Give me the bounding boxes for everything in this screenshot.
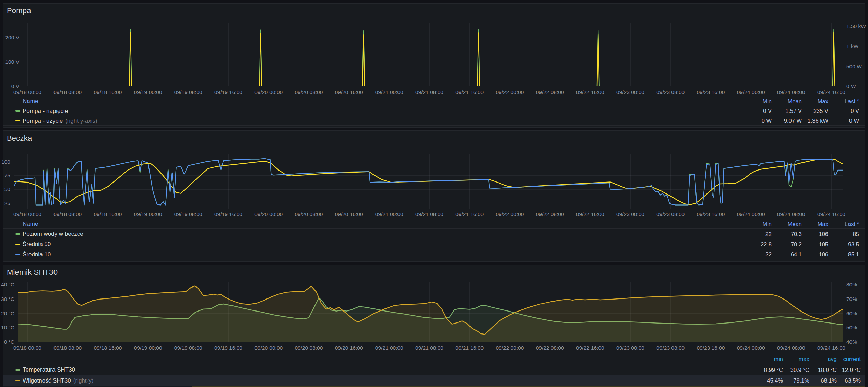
legend-row-pompa-uzycie[interactable]: Pompa - użycie(right y-axis) 0 W 9.07 W … [3, 116, 865, 126]
series-label[interactable]: Średnia 10 [23, 249, 51, 260]
series-swatch [15, 380, 20, 381]
beczka-chart-plot[interactable] [14, 154, 843, 209]
sht30-legend-header: min max avg current [3, 355, 865, 363]
series-label[interactable]: Temperatura SHT30 [23, 364, 75, 375]
y-axis-label-right: 40% [846, 338, 868, 346]
legend-row-srednia-10[interactable]: Średnia 10 22 64.1 106 85.1 [3, 249, 865, 259]
series-swatch [15, 110, 20, 112]
y-axis-label-left: 40 °C [0, 281, 14, 289]
next-panel-edge [192, 386, 865, 387]
sht30-legend-header-current[interactable]: current [813, 355, 861, 363]
stat-last: 93.5 [811, 239, 859, 249]
series-label[interactable]: Średnia 50 [23, 239, 51, 249]
y-axis-label-right: 70% [846, 295, 868, 303]
pompa-legend-name-header[interactable]: Name [23, 97, 38, 105]
x-axis-label: 09/24 16:00 [804, 211, 859, 218]
stat-last: 85.1 [811, 249, 859, 259]
pompa-legend-header: Name Min Mean Max Last * [3, 97, 865, 105]
y-axis-label-left: 0 V [0, 82, 19, 91]
y-axis-label-left: 100 [0, 158, 10, 166]
y-axis-label-right: 80% [846, 281, 868, 289]
panel-title-beczka[interactable]: Beczka [7, 134, 32, 143]
stat-current: 12.0 °C [813, 364, 861, 375]
legend-row-wilgotnosc[interactable]: Wilgotność SHT30(right-y) 45.4% 79.1% 68… [3, 375, 865, 386]
series-swatch [15, 233, 20, 235]
y-axis-label-left: 100 V [0, 58, 19, 66]
legend-row-pompa-napiecie[interactable]: Pompa - napięcie 0 V 1.57 V 235 V 0 V [3, 106, 865, 116]
series-label[interactable]: Poziom wody w beczce [23, 229, 83, 239]
series-line-Pompa - użycie [23, 32, 835, 86]
stat-last: 0 V [811, 106, 859, 116]
series-label[interactable]: Wilgotność SHT30(right-y) [23, 375, 93, 386]
y-axis-label-left: 50 [0, 185, 10, 194]
y-axis-label-right: 60% [846, 309, 868, 318]
beczka-legend-header-last[interactable]: Last * [811, 220, 859, 228]
pompa-chart-plot[interactable] [23, 23, 843, 86]
y-axis-label-left: 20 °C [0, 309, 14, 318]
y-axis-label-right: 500 W [846, 62, 868, 71]
y-axis-label-right: 0 W [846, 82, 868, 91]
series-label[interactable]: Pompa - napięcie [23, 106, 68, 116]
y-axis-label-left: 30 °C [0, 295, 14, 303]
y-axis-label-right: 1 kW [846, 42, 868, 50]
y-axis-label-left: 200 V [0, 34, 19, 42]
stat-last: 0 W [811, 116, 859, 126]
legend-row-srednia-50[interactable]: Średnia 50 22.8 70.2 105 93.5 [3, 239, 865, 249]
stat-current: 63.5% [813, 375, 861, 386]
series-swatch [15, 244, 20, 245]
panel-title-sht30[interactable]: Miernik SHT30 [7, 268, 58, 277]
series-swatch [15, 254, 20, 255]
y-axis-label-left: 10 °C [0, 324, 14, 332]
legend-row-poziom-wody[interactable]: Poziom wody w beczce 22 70.3 106 85 [3, 228, 865, 239]
y-axis-label-right: 1.50 kW [846, 22, 868, 31]
series-swatch [15, 120, 20, 121]
y-axis-label-left: 0 °C [0, 338, 14, 346]
panel-title-pompa[interactable]: Pompa [7, 6, 31, 15]
y-axis-label-left: 75 [0, 172, 10, 180]
beczka-legend-header: Name Min Mean Max Last * [3, 220, 865, 228]
legend-row-temperatura[interactable]: Temperatura SHT30 8.99 °C 30.9 °C 18.0 °… [3, 364, 865, 375]
axis-suffix: (right-y) [73, 377, 94, 384]
beczka-legend-name-header[interactable]: Name [23, 220, 38, 228]
series-label[interactable]: Pompa - użycie(right y-axis) [23, 116, 97, 126]
axis-suffix: (right y-axis) [65, 118, 97, 124]
series-swatch [15, 369, 20, 371]
stat-last: 85 [811, 229, 859, 239]
sht30-chart-plot[interactable] [18, 282, 843, 342]
y-axis-label-left: 25 [0, 199, 10, 208]
grafana-dashboard: { "page": { "bg": "#111217", "panel_bg":… [0, 0, 868, 387]
pompa-legend-header-last[interactable]: Last * [811, 97, 859, 105]
y-axis-label-right: 50% [846, 324, 868, 332]
